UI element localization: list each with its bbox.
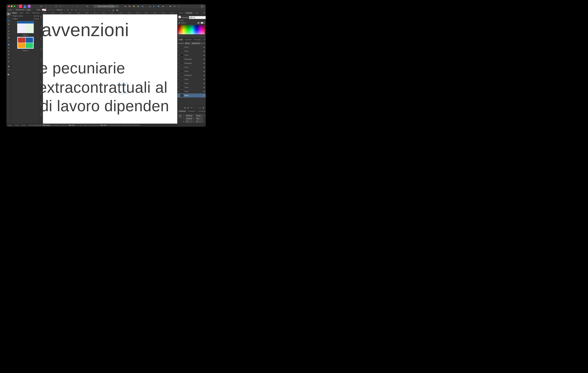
swatch-cell[interactable] [190, 29, 192, 31]
swatch-cell[interactable] [188, 30, 189, 32]
transform-x[interactable] [186, 114, 193, 117]
swatch-cell[interactable] [198, 25, 200, 26]
swatch-cell[interactable] [181, 32, 182, 33]
swatch-cell[interactable] [202, 33, 203, 34]
swatch-cell[interactable] [196, 28, 197, 29]
transform-y[interactable] [186, 117, 193, 120]
swatch-cell[interactable] [202, 32, 203, 33]
swatch-cell[interactable] [197, 26, 198, 28]
swatch-cell[interactable] [186, 30, 188, 32]
tab-livelli[interactable]: Livelli [178, 38, 184, 41]
adjustment-icon[interactable]: ◐ [187, 106, 190, 109]
swatch-cell[interactable] [196, 32, 197, 33]
swatch-cell[interactable] [200, 33, 201, 34]
swatch-cell[interactable] [180, 26, 181, 28]
color-wells-tool[interactable] [7, 73, 11, 77]
link-icon[interactable] [177, 5, 181, 8]
last-page-icon[interactable]: ⏭ [24, 124, 26, 126]
tab-carattere[interactable]: Carattere [184, 38, 193, 41]
swatch-cell[interactable] [190, 32, 192, 33]
transform-s[interactable] [196, 120, 203, 123]
pin-icon[interactable] [70, 5, 74, 8]
swatch-cell[interactable] [188, 33, 189, 34]
selection-box[interactable] [119, 83, 127, 94]
visibility-toggle[interactable] [203, 59, 205, 60]
visibility-toggle[interactable] [203, 75, 205, 76]
swatch-cell[interactable] [194, 25, 196, 26]
layer-row[interactable]: ⊻ u Curve [178, 81, 206, 86]
rotate-cw-icon[interactable] [161, 5, 165, 8]
align-bottom-icon[interactable]: ⊢ [86, 9, 89, 11]
node-tool[interactable] [7, 16, 11, 19]
table-tool[interactable] [7, 22, 11, 26]
visibility-toggle[interactable] [203, 51, 205, 52]
tab-stt[interactable]: StT [202, 38, 206, 41]
space-h-icon[interactable]: ⫶ [101, 9, 104, 11]
visibility-toggle[interactable] [203, 55, 205, 56]
color-panel-menu-icon[interactable] [203, 11, 206, 14]
swatch-cell[interactable] [178, 26, 180, 28]
swatch-cell[interactable] [197, 33, 198, 34]
swatch-cell[interactable] [181, 30, 182, 32]
swatch-cell[interactable] [198, 30, 200, 32]
swatch-cell[interactable] [200, 32, 201, 33]
swatch-cell[interactable] [185, 32, 186, 33]
baseline-icon[interactable] [74, 5, 79, 8]
layer-row[interactable]: ⊻ ▭ Rettangolo [178, 61, 206, 65]
align-middle-icon[interactable]: ⊥ [83, 9, 85, 11]
align-top-icon[interactable]: ⊤ [78, 9, 81, 11]
swatch-cell[interactable] [185, 28, 186, 29]
swatch-cell[interactable] [194, 26, 196, 28]
swatch-cell[interactable] [184, 28, 185, 29]
photo-persona[interactable] [27, 5, 31, 8]
group-icon[interactable] [168, 5, 172, 8]
tab-colore[interactable]: Colore [178, 11, 184, 14]
pages-header[interactable]: ▾ Pagine ⊟ ⊞ 🗑 [11, 17, 40, 20]
master-pages-header[interactable]: ▸ Pagine mastro ⊞ ⊡ 🗑 [11, 15, 40, 17]
mask-icon[interactable]: ◑ [183, 106, 186, 109]
visibility-toggle[interactable] [203, 63, 205, 64]
swatch-cell[interactable] [188, 29, 189, 31]
preview-icon[interactable] [85, 5, 89, 8]
distribute-v-icon[interactable]: ⫲ [97, 9, 100, 11]
swatch-cell[interactable] [184, 32, 185, 33]
swatch-cell[interactable] [189, 29, 190, 31]
swatch-cell[interactable] [193, 25, 194, 26]
swatch-cell[interactable] [190, 26, 192, 28]
swatch-cell[interactable] [194, 28, 196, 29]
tab-tratto[interactable]: Tratto [193, 11, 200, 14]
data-merge-tool[interactable] [7, 46, 11, 50]
swatch-cell[interactable] [184, 33, 185, 34]
page-thumb-2[interactable] [17, 37, 34, 49]
swatch-cell[interactable] [186, 33, 188, 34]
stroke-width-slider[interactable] [48, 10, 55, 10]
master-del-icon[interactable]: 🗑 [38, 15, 39, 17]
place-image-tool[interactable] [7, 43, 11, 46]
artistic-text-tool[interactable]: A [7, 26, 11, 29]
swatch-cell[interactable] [200, 26, 201, 28]
tab-trasforma[interactable]: Trasforma [178, 110, 187, 113]
tab-cronologia[interactable]: Cronologia [197, 110, 206, 113]
swatch-cell[interactable] [189, 30, 190, 32]
canvas-text-4[interactable]: di lavoro dipenden [43, 97, 169, 115]
pages-opts-icon[interactable]: ⊟ [34, 18, 35, 20]
visibility-toggle[interactable] [203, 47, 205, 48]
swatch-cell[interactable] [180, 29, 181, 31]
swatch-cell[interactable] [192, 25, 193, 26]
swatch-cell[interactable] [203, 25, 205, 26]
lock-aspect-icon[interactable]: ⊐ [203, 115, 205, 117]
canvas-text-2[interactable]: e pecuniarie [43, 59, 125, 77]
swatch-cell[interactable] [178, 32, 180, 33]
master-add-icon[interactable]: ⊞ [34, 15, 35, 17]
designer-persona[interactable] [23, 5, 27, 8]
hist1-icon[interactable]: ▁ [108, 9, 111, 11]
layer-row[interactable]: ⊻ Curve [178, 53, 206, 57]
move-tool[interactable] [7, 12, 11, 16]
arrange-front-icon[interactable] [136, 5, 140, 8]
blend-mode-select[interactable]: Normale [191, 42, 201, 45]
account-avatar[interactable] [200, 4, 204, 8]
swatch-cell[interactable] [180, 33, 181, 34]
distribute-h-icon[interactable]: ⫴ [93, 9, 96, 11]
swatch-cell[interactable] [184, 26, 185, 28]
swatch-cell[interactable] [202, 28, 203, 29]
